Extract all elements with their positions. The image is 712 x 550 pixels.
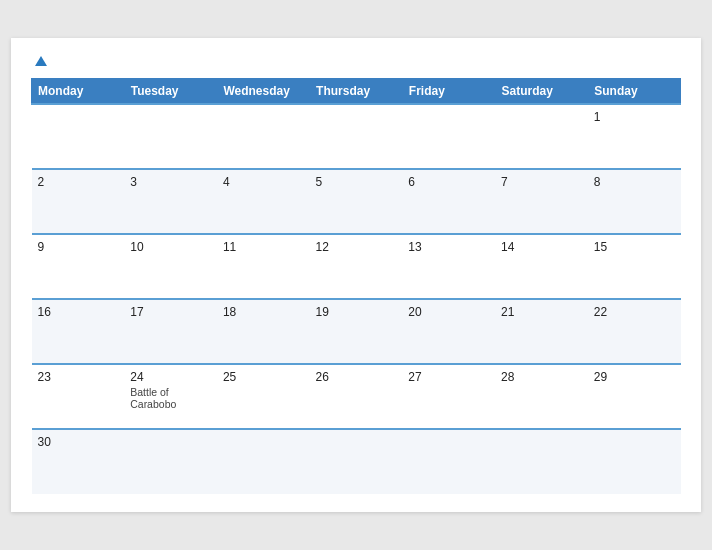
calendar-week-row: 30 <box>32 429 681 494</box>
calendar-cell <box>310 429 403 494</box>
day-number: 7 <box>501 175 582 189</box>
weekday-header-row: MondayTuesdayWednesdayThursdayFridaySatu… <box>32 79 681 105</box>
day-number: 16 <box>38 305 119 319</box>
calendar-cell <box>32 104 125 169</box>
day-number: 26 <box>316 370 397 384</box>
logo <box>31 56 47 66</box>
calendar-cell: 13 <box>402 234 495 299</box>
day-number: 8 <box>594 175 675 189</box>
weekday-header-wednesday: Wednesday <box>217 79 310 105</box>
day-number: 10 <box>130 240 211 254</box>
day-number: 4 <box>223 175 304 189</box>
day-number: 25 <box>223 370 304 384</box>
day-number: 5 <box>316 175 397 189</box>
calendar-cell: 3 <box>124 169 217 234</box>
day-number: 27 <box>408 370 489 384</box>
calendar-cell: 10 <box>124 234 217 299</box>
calendar-cell: 12 <box>310 234 403 299</box>
calendar-cell: 23 <box>32 364 125 429</box>
calendar-cell: 7 <box>495 169 588 234</box>
weekday-header-tuesday: Tuesday <box>124 79 217 105</box>
calendar-cell: 30 <box>32 429 125 494</box>
calendar-week-row: 9101112131415 <box>32 234 681 299</box>
calendar-cell <box>588 429 681 494</box>
day-number: 29 <box>594 370 675 384</box>
calendar-cell: 5 <box>310 169 403 234</box>
calendar-cell: 2 <box>32 169 125 234</box>
day-number: 12 <box>316 240 397 254</box>
calendar-cell: 20 <box>402 299 495 364</box>
calendar-cell: 28 <box>495 364 588 429</box>
calendar-cell <box>124 104 217 169</box>
calendar-cell: 26 <box>310 364 403 429</box>
day-number: 11 <box>223 240 304 254</box>
calendar-cell: 29 <box>588 364 681 429</box>
calendar-cell: 19 <box>310 299 403 364</box>
calendar-cell <box>217 104 310 169</box>
day-number: 28 <box>501 370 582 384</box>
day-number: 18 <box>223 305 304 319</box>
day-number: 21 <box>501 305 582 319</box>
calendar-week-row: 2324Battle of Carabobo2526272829 <box>32 364 681 429</box>
calendar-week-row: 1 <box>32 104 681 169</box>
calendar-cell: 11 <box>217 234 310 299</box>
calendar-cell: 15 <box>588 234 681 299</box>
calendar-cell <box>402 104 495 169</box>
calendar-cell: 18 <box>217 299 310 364</box>
weekday-header-saturday: Saturday <box>495 79 588 105</box>
calendar-cell: 17 <box>124 299 217 364</box>
day-number: 22 <box>594 305 675 319</box>
day-number: 9 <box>38 240 119 254</box>
day-number: 23 <box>38 370 119 384</box>
day-number: 6 <box>408 175 489 189</box>
calendar-cell: 24Battle of Carabobo <box>124 364 217 429</box>
calendar-week-row: 16171819202122 <box>32 299 681 364</box>
calendar-cell: 1 <box>588 104 681 169</box>
day-number: 13 <box>408 240 489 254</box>
weekday-header-monday: Monday <box>32 79 125 105</box>
calendar-cell: 22 <box>588 299 681 364</box>
day-number: 2 <box>38 175 119 189</box>
calendar-cell <box>495 104 588 169</box>
day-number: 24 <box>130 370 211 384</box>
weekday-header-thursday: Thursday <box>310 79 403 105</box>
calendar-cell <box>217 429 310 494</box>
weekday-header-sunday: Sunday <box>588 79 681 105</box>
calendar-cell: 6 <box>402 169 495 234</box>
calendar-cell: 8 <box>588 169 681 234</box>
calendar-cell: 27 <box>402 364 495 429</box>
calendar-cell: 16 <box>32 299 125 364</box>
day-number: 17 <box>130 305 211 319</box>
day-number: 15 <box>594 240 675 254</box>
logo-triangle-icon <box>35 56 47 66</box>
calendar-cell: 25 <box>217 364 310 429</box>
calendar-cell <box>310 104 403 169</box>
calendar-cell <box>495 429 588 494</box>
calendar-cell: 9 <box>32 234 125 299</box>
calendar-week-row: 2345678 <box>32 169 681 234</box>
calendar-cell: 14 <box>495 234 588 299</box>
day-number: 30 <box>38 435 119 449</box>
day-number: 14 <box>501 240 582 254</box>
day-number: 3 <box>130 175 211 189</box>
calendar-cell: 21 <box>495 299 588 364</box>
weekday-header-friday: Friday <box>402 79 495 105</box>
calendar-cell <box>402 429 495 494</box>
day-number: 1 <box>594 110 675 124</box>
calendar-cell: 4 <box>217 169 310 234</box>
calendar-cell <box>124 429 217 494</box>
day-event: Battle of Carabobo <box>130 386 211 410</box>
day-number: 19 <box>316 305 397 319</box>
calendar-table: MondayTuesdayWednesdayThursdayFridaySatu… <box>31 78 681 494</box>
day-number: 20 <box>408 305 489 319</box>
calendar-header <box>31 56 681 66</box>
calendar: MondayTuesdayWednesdayThursdayFridaySatu… <box>11 38 701 512</box>
